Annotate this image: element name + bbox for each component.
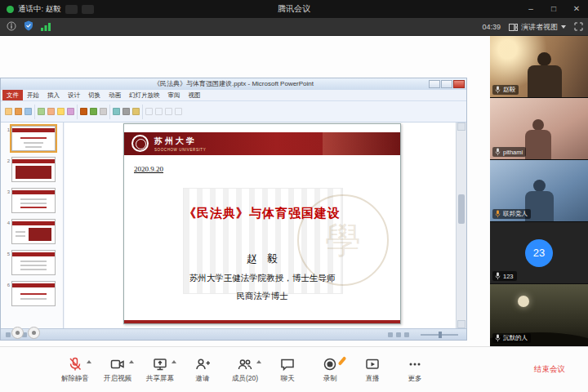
end-meeting-button[interactable]: 结束会议 bbox=[534, 364, 565, 375]
chat-button[interactable]: 聊天 bbox=[266, 356, 309, 384]
minimize-button[interactable]: – bbox=[519, 0, 542, 18]
scrollbar-thumb[interactable] bbox=[458, 194, 465, 224]
ppt-tab-home[interactable]: 开始 bbox=[23, 90, 43, 100]
view-mode-selector[interactable]: 演讲者视图 bbox=[509, 22, 566, 33]
slide-author: 赵 毅 bbox=[124, 252, 400, 266]
slide-thumbnail[interactable] bbox=[11, 281, 56, 306]
ppt-slide-pane: 1 2 3 4 5 6 bbox=[1, 122, 64, 328]
mic-icon-active bbox=[495, 210, 501, 218]
university-name-cn: 苏州大学 bbox=[154, 136, 206, 147]
participant-video-tile[interactable]: 23 123 bbox=[490, 222, 588, 284]
live-stream-icon bbox=[364, 356, 381, 372]
ppt-tab-slideshow[interactable]: 幻灯片放映 bbox=[125, 90, 164, 100]
ppt-tab-transitions[interactable]: 切换 bbox=[84, 90, 105, 100]
chevron-up-icon[interactable] bbox=[256, 360, 261, 363]
app-title: 腾讯会议 bbox=[0, 0, 588, 18]
ppt-window-title: 《民法典》与体育强国建设.pptx - Microsoft PowerPoint bbox=[154, 80, 314, 87]
slide-thumbnail[interactable] bbox=[11, 219, 56, 244]
participant-video-tile[interactable]: pithami bbox=[490, 98, 588, 160]
scroll-up-button[interactable] bbox=[457, 122, 466, 131]
record-button[interactable]: 录制 bbox=[309, 356, 351, 384]
slide-thumbnail[interactable] bbox=[11, 188, 56, 213]
slide-degree: 民商法学博士 bbox=[124, 291, 400, 302]
ppt-ribbon-buttons[interactable] bbox=[1, 101, 466, 122]
ppt-scrollbar[interactable] bbox=[456, 122, 466, 328]
live-stream-button[interactable]: 直播 bbox=[351, 356, 394, 384]
members-icon bbox=[237, 356, 253, 372]
chevron-down-icon bbox=[561, 25, 566, 29]
participant-name: 赵毅 bbox=[503, 86, 515, 94]
ppt-tab-view[interactable]: 视图 bbox=[185, 90, 205, 100]
participant-name: 123 bbox=[503, 273, 514, 280]
ppt-minimize-button[interactable] bbox=[429, 80, 440, 88]
ppt-tab-design[interactable]: 设计 bbox=[64, 90, 84, 100]
camera-icon bbox=[109, 356, 126, 372]
powerpoint-window: 《民法典》与体育强国建设.pptx - Microsoft PowerPoint… bbox=[0, 78, 467, 341]
mic-icon bbox=[495, 148, 501, 156]
person-silhouette bbox=[533, 180, 546, 192]
invite-button[interactable]: 邀请 bbox=[181, 356, 224, 384]
avatar: 23 bbox=[525, 239, 553, 267]
participants-panel: 赵毅 pithami 联邦党人 23 123 沉默的人 bbox=[490, 36, 588, 346]
mic-muted-icon bbox=[67, 356, 83, 372]
ppt-tab-review[interactable]: 审阅 bbox=[164, 90, 185, 100]
mic-icon bbox=[495, 334, 501, 342]
slide-date: 2020.9.20 bbox=[134, 165, 163, 173]
chevron-up-icon[interactable] bbox=[172, 360, 176, 363]
person-silhouette bbox=[525, 130, 551, 160]
chat-icon bbox=[279, 356, 296, 372]
share-screen-button[interactable]: 共享屏幕 bbox=[139, 356, 181, 384]
more-button[interactable]: 更多 bbox=[394, 356, 436, 384]
person-silhouette bbox=[537, 52, 551, 66]
ppt-maximize-button[interactable] bbox=[441, 80, 452, 88]
more-dots-icon bbox=[407, 356, 423, 372]
ppt-close-button[interactable] bbox=[453, 80, 465, 88]
view-mode-label: 演讲者视图 bbox=[521, 22, 558, 33]
titlebar: 通话中: 赵毅 腾讯会议 – □ ✕ bbox=[0, 0, 588, 18]
scroll-down-button[interactable] bbox=[457, 320, 466, 328]
participant-name: 联邦党人 bbox=[503, 210, 528, 218]
chevron-up-icon[interactable] bbox=[129, 360, 134, 363]
members-button[interactable]: 成员(20) bbox=[224, 356, 266, 384]
meeting-timer: 04:39 bbox=[482, 23, 501, 31]
chevron-up-icon[interactable] bbox=[87, 360, 91, 363]
unmute-button[interactable]: 解除静音 bbox=[54, 356, 96, 384]
university-logo bbox=[131, 135, 149, 152]
slide-thumbnail[interactable] bbox=[11, 157, 56, 182]
mic-icon bbox=[495, 86, 501, 94]
participant-name: pithami bbox=[503, 149, 523, 156]
bottom-control-bar: 解除静音 开启视频 共享屏幕 邀请 成员(20) 聊天 bbox=[0, 346, 588, 392]
ppt-titlebar: 《民法典》与体育强国建设.pptx - Microsoft PowerPoint bbox=[1, 78, 466, 90]
ppt-status-bar bbox=[1, 328, 466, 340]
layout-icon bbox=[509, 24, 518, 31]
participant-video-tile[interactable]: 沉默的人 bbox=[490, 284, 588, 346]
start-video-button[interactable]: 开启视频 bbox=[96, 356, 139, 384]
slide-thumbnail[interactable] bbox=[11, 250, 56, 275]
person-silhouette bbox=[528, 65, 562, 98]
annotation-pen-icon bbox=[338, 356, 347, 366]
slide-thumbnail[interactable] bbox=[11, 126, 56, 151]
participant-video-tile[interactable]: 赵毅 bbox=[490, 36, 588, 98]
zoom-slider-knob[interactable] bbox=[439, 332, 442, 338]
slide-title: 《民法典》与体育强国建设 bbox=[124, 206, 400, 221]
info-icon[interactable] bbox=[7, 20, 16, 34]
ppt-tab-file[interactable]: 文件 bbox=[2, 90, 23, 100]
person-silhouette bbox=[532, 119, 544, 131]
current-slide: 苏州大学 SOOCHOW UNIVERSITY 2020.9.20 學 《民法典… bbox=[123, 123, 401, 324]
slide-banner: 苏州大学 SOOCHOW UNIVERSITY bbox=[124, 132, 400, 155]
ppt-tab-insert[interactable]: 插入 bbox=[43, 90, 64, 100]
fullscreen-icon[interactable] bbox=[574, 22, 583, 33]
close-button[interactable]: ✕ bbox=[565, 0, 588, 18]
record-icon bbox=[322, 356, 338, 372]
meeting-toolbar: 04:39 演讲者视图 bbox=[0, 18, 588, 36]
shared-screen: 《民法典》与体育强国建设.pptx - Microsoft PowerPoint… bbox=[0, 36, 490, 346]
ppt-ribbon-tabs: 文件 开始 插入 设计 切换 动画 幻灯片放映 审阅 视图 bbox=[1, 90, 466, 101]
moon-avatar bbox=[518, 296, 529, 307]
ppt-tab-animations[interactable]: 动画 bbox=[105, 90, 125, 100]
annotation-tool-button[interactable] bbox=[11, 327, 24, 339]
security-shield-icon[interactable] bbox=[24, 20, 33, 34]
slide-affiliation: 苏州大学王健法学院教授，博士生导师 bbox=[124, 273, 400, 284]
participant-video-tile[interactable]: 联邦党人 bbox=[490, 160, 588, 222]
maximize-button[interactable]: □ bbox=[542, 0, 565, 18]
annotation-tool-button[interactable] bbox=[28, 327, 40, 339]
